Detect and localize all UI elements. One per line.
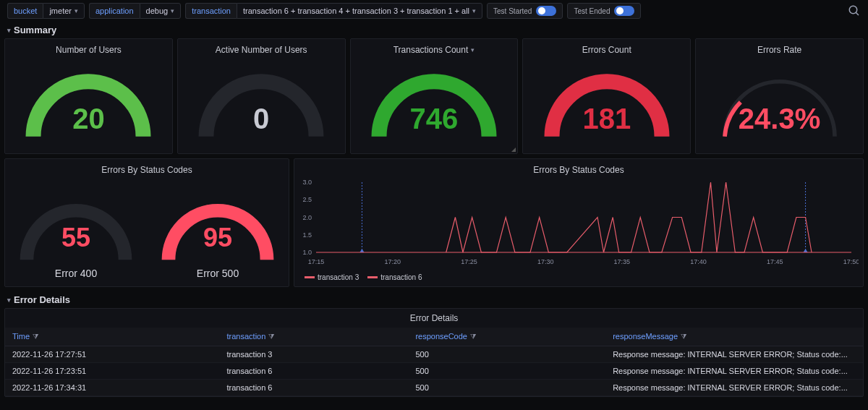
gauge-err400-label: Error 400: [55, 268, 97, 279]
filter-icon[interactable]: ⧩: [268, 333, 274, 341]
panel-title-status-chart: Errors By Status Codes: [533, 159, 624, 178]
line-chart: 1.01.52.02.53.017:1517:2017:2517:3017:35…: [294, 178, 859, 268]
col-transaction-label: transaction: [227, 332, 266, 341]
panel-title-users: Number of Users: [56, 39, 122, 58]
panel-title-status-gauges: Errors By Status Codes: [101, 159, 192, 178]
table-title: Error Details: [5, 309, 863, 328]
col-responsemessage-label: responseMessage: [613, 332, 678, 341]
var-transaction-value[interactable]: transaction 6 + transaction 4 + transact…: [237, 3, 482, 19]
panel-title-errors: Errors Count: [582, 39, 631, 58]
chart-area: 1.01.52.02.53.017:1517:2017:2517:3017:35…: [294, 178, 863, 286]
legend-item-1[interactable]: transaction 3: [305, 273, 359, 281]
panel-transactions[interactable]: Transactions Count ▾ 746: [350, 38, 519, 154]
summary-row1: Number of Users 20 Active Number of User…: [0, 38, 868, 158]
svg-text:17:30: 17:30: [537, 258, 554, 265]
var-application-value-text: debug: [146, 7, 169, 15]
legend-label-1: transaction 3: [318, 273, 359, 281]
svg-line-1: [856, 12, 859, 15]
chevron-down-icon: ▾: [171, 7, 174, 14]
gauge-error-rate: 24.3%: [696, 58, 863, 153]
gauge-active-users: 0: [178, 58, 345, 153]
var-application: application debug ▾: [89, 3, 181, 19]
toggle-test-started-switch[interactable]: [536, 6, 556, 16]
gauge-err400-value: 55: [61, 223, 90, 253]
chevron-down-icon: ▾: [471, 46, 475, 54]
search-icon[interactable]: [848, 4, 861, 17]
col-transaction[interactable]: transaction⧩: [220, 328, 409, 346]
panel-number-of-users[interactable]: Number of Users 20: [4, 38, 173, 154]
filter-icon[interactable]: ⧩: [470, 333, 476, 341]
svg-marker-18: [804, 249, 808, 252]
gauge-users: 20: [5, 58, 172, 153]
summary-row2: Errors By Status Codes 55 Error 400 95 E…: [0, 158, 868, 291]
svg-text:17:25: 17:25: [461, 258, 477, 265]
panel-errors-by-status-chart[interactable]: Errors By Status Codes 1.01.52.02.53.017…: [294, 158, 864, 287]
filter-icon[interactable]: ⧩: [33, 333, 38, 341]
table-row[interactable]: 2022-11-26 17:27:51transaction 3500Respo…: [5, 346, 863, 363]
var-application-value[interactable]: debug ▾: [140, 3, 182, 19]
panel-title-active-users: Active Number of Users: [216, 39, 307, 58]
panel-title-transactions[interactable]: Transactions Count ▾: [393, 39, 475, 58]
svg-point-0: [849, 6, 857, 14]
col-time-label: Time: [12, 332, 30, 341]
resize-handle[interactable]: [511, 148, 516, 152]
panel-title-transactions-text: Transactions Count: [393, 45, 469, 55]
var-transaction-value-text: transaction 6 + transaction 4 + transact…: [243, 7, 469, 15]
col-responsecode[interactable]: responseCode⧩: [408, 328, 605, 346]
panel-error-rate[interactable]: Errors Rate 24.3%: [695, 38, 864, 154]
gauge-users-value: 20: [72, 103, 105, 135]
var-transaction-label: transaction: [185, 3, 237, 19]
gauge-err500-label: Error 500: [197, 268, 239, 279]
var-application-label: application: [89, 3, 140, 19]
panel-errors-by-status-gauges[interactable]: Errors By Status Codes 55 Error 400 95 E…: [4, 158, 289, 287]
legend-label-2: transaction 6: [380, 273, 422, 281]
table-row[interactable]: 2022-11-26 17:23:51transaction 6500Respo…: [5, 363, 863, 380]
svg-text:2.5: 2.5: [302, 196, 312, 203]
cell-responseCode: 500: [408, 346, 605, 363]
section-error-details-header[interactable]: ▾ Error Details: [0, 291, 868, 308]
col-responsemessage[interactable]: responseMessage⧩: [605, 328, 863, 346]
gauge-error-rate-value: 24.3%: [739, 103, 820, 135]
svg-text:17:40: 17:40: [690, 258, 707, 265]
svg-text:17:20: 17:20: [384, 258, 401, 265]
gauge-errors-value: 181: [582, 103, 631, 135]
legend-swatch: [367, 276, 378, 278]
table-row[interactable]: 2022-11-26 17:34:31transaction 6500Respo…: [5, 380, 863, 396]
panel-error-details-table[interactable]: Error Details Time⧩ transaction⧩ respons…: [4, 308, 864, 397]
dual-gauges: 55 Error 400 95 Error 500: [5, 178, 289, 286]
toolbar: bucket jmeter ▾ application debug ▾ tran…: [0, 0, 868, 22]
panel-errors[interactable]: Errors Count 181: [522, 38, 691, 154]
legend-item-2[interactable]: transaction 6: [367, 273, 422, 281]
svg-text:17:50: 17:50: [843, 258, 859, 265]
panel-title-error-rate: Errors Rate: [757, 39, 801, 58]
filter-icon[interactable]: ⧩: [681, 333, 686, 341]
toggle-test-ended-label: Test Ended: [574, 7, 610, 15]
col-responsecode-label: responseCode: [415, 332, 467, 341]
cell-transaction: transaction 6: [220, 363, 409, 380]
toggle-test-started-label: Test Started: [493, 7, 532, 15]
gauge-transactions: 746: [351, 58, 518, 153]
var-bucket-value-text: jmeter: [49, 7, 72, 15]
section-error-details-label: Error Details: [14, 294, 70, 305]
section-summary-header[interactable]: ▾ Summary: [0, 22, 868, 38]
cell-transaction: transaction 6: [220, 380, 409, 396]
svg-text:17:45: 17:45: [767, 258, 783, 265]
toggle-test-ended: Test Ended: [567, 3, 641, 19]
col-time[interactable]: Time⧩: [5, 328, 220, 346]
chevron-down-icon: ▾: [75, 7, 78, 14]
toggle-test-ended-switch[interactable]: [614, 6, 634, 16]
section-summary-label: Summary: [14, 25, 56, 35]
gauge-err500: 95 Error 500: [147, 178, 289, 286]
svg-text:1.0: 1.0: [302, 249, 312, 256]
var-bucket: bucket jmeter ▾: [7, 3, 85, 19]
cell-responseMessage: Response message: INTERNAL SERVER ERROR;…: [605, 380, 863, 396]
chevron-down-icon: ▾: [472, 7, 476, 14]
svg-marker-16: [359, 249, 364, 252]
var-bucket-value[interactable]: jmeter ▾: [43, 3, 85, 19]
cell-transaction: transaction 3: [220, 346, 409, 363]
var-transaction: transaction transaction 6 + transaction …: [185, 3, 482, 19]
cell-time: 2022-11-26 17:23:51: [5, 363, 220, 380]
chevron-down-icon: ▾: [7, 296, 11, 304]
svg-text:1.5: 1.5: [302, 231, 312, 239]
panel-active-users[interactable]: Active Number of Users 0: [177, 38, 346, 154]
